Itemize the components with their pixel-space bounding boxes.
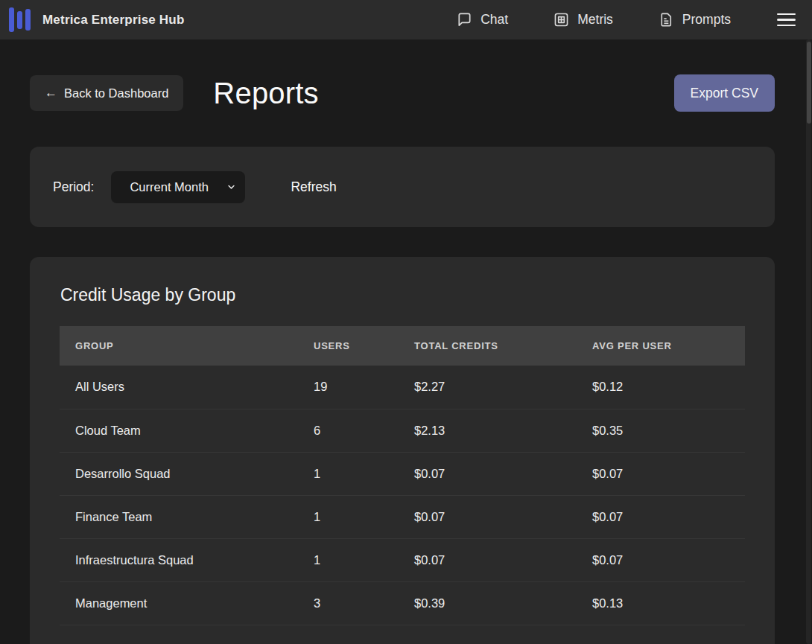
top-navbar: Metrica Enterprise Hub Chat Metris xyxy=(0,0,812,39)
refresh-button[interactable]: Refresh xyxy=(291,179,336,195)
cell-avg-per-user: $0.12 xyxy=(577,366,745,409)
cell-users: 3 xyxy=(298,581,399,625)
cell-avg-per-user: $0.07 xyxy=(577,495,745,538)
cell-group: Management xyxy=(60,581,298,625)
scrollbar-thumb[interactable] xyxy=(807,42,811,124)
logo-bar xyxy=(9,7,14,32)
nav-item-chat[interactable]: Chat xyxy=(456,11,508,28)
report-section-title: Credit Usage by Group xyxy=(60,285,745,305)
period-filter-card: Period: Current Month Refresh xyxy=(30,147,775,227)
main-nav: Chat Metris Pr xyxy=(456,11,731,28)
nav-item-prompts[interactable]: Prompts xyxy=(658,11,731,28)
cell-group: Finance Team xyxy=(60,495,298,538)
credit-usage-table: GROUP USERS TOTAL CREDITS AVG PER USER A… xyxy=(60,326,745,625)
cell-group: Cloud Team xyxy=(60,409,298,452)
cell-users: 1 xyxy=(298,538,399,581)
back-button-label: Back to Dashboard xyxy=(64,86,168,101)
cell-avg-per-user: $0.13 xyxy=(577,581,745,625)
page-header: ← Back to Dashboard Reports Export CSV xyxy=(30,74,775,112)
cell-group: All Users xyxy=(60,366,298,409)
app-title: Metrica Enterprise Hub xyxy=(42,13,185,28)
cell-total-credits: $0.39 xyxy=(399,581,577,625)
nav-item-metris[interactable]: Metris xyxy=(553,11,613,28)
page-title: Reports xyxy=(213,77,318,110)
cell-users: 1 xyxy=(298,452,399,495)
menu-hamburger-icon[interactable] xyxy=(777,10,796,30)
column-header-group: GROUP xyxy=(60,326,298,366)
cell-total-credits: $0.07 xyxy=(399,495,577,538)
cell-total-credits: $2.27 xyxy=(399,366,577,409)
table-row: Desarrollo Squad 1 $0.07 $0.07 xyxy=(60,452,745,495)
table-row: Infraestructura Squad 1 $0.07 $0.07 xyxy=(60,538,745,581)
grid-square-icon xyxy=(553,11,570,28)
cell-avg-per-user: $0.07 xyxy=(577,452,745,495)
logo-bar xyxy=(25,9,31,31)
cell-users: 19 xyxy=(298,366,399,409)
table-row: Management 3 $0.39 $0.13 xyxy=(60,581,745,625)
nav-item-chat-label: Chat xyxy=(480,12,508,28)
cell-total-credits: $2.13 xyxy=(399,409,577,452)
cell-avg-per-user: $0.35 xyxy=(577,409,745,452)
period-select-wrap: Current Month xyxy=(111,171,245,203)
document-icon xyxy=(658,11,675,28)
credit-usage-card: Credit Usage by Group GROUP USERS TOTAL … xyxy=(30,257,775,644)
reports-page: ← Back to Dashboard Reports Export CSV P… xyxy=(0,74,812,644)
period-select[interactable]: Current Month xyxy=(111,171,245,203)
logo-bar xyxy=(17,11,22,29)
app-logo-icon xyxy=(9,7,31,34)
cell-users: 6 xyxy=(298,409,399,452)
table-header: GROUP USERS TOTAL CREDITS AVG PER USER xyxy=(60,326,745,366)
cell-users: 1 xyxy=(298,495,399,538)
column-header-users: USERS xyxy=(298,326,399,366)
nav-item-metris-label: Metris xyxy=(577,12,613,28)
export-csv-button[interactable]: Export CSV xyxy=(674,74,775,112)
cell-group: Infraestructura Squad xyxy=(60,538,298,581)
cell-group: Desarrollo Squad xyxy=(60,452,298,495)
period-label: Period: xyxy=(53,179,94,195)
nav-item-prompts-label: Prompts xyxy=(682,12,731,28)
table-row: Finance Team 1 $0.07 $0.07 xyxy=(60,495,745,538)
table-row: Cloud Team 6 $2.13 $0.35 xyxy=(60,409,745,452)
vertical-scrollbar[interactable] xyxy=(806,39,811,644)
column-header-total-credits: TOTAL CREDITS xyxy=(399,326,577,366)
chat-bubble-icon xyxy=(456,11,473,28)
cell-avg-per-user: $0.07 xyxy=(577,538,745,581)
cell-total-credits: $0.07 xyxy=(399,452,577,495)
cell-total-credits: $0.07 xyxy=(399,538,577,581)
table-row: All Users 19 $2.27 $0.12 xyxy=(60,366,745,409)
column-header-avg-per-user: AVG PER USER xyxy=(577,326,745,366)
back-arrow-icon: ← xyxy=(45,86,57,101)
back-to-dashboard-button[interactable]: ← Back to Dashboard xyxy=(30,75,183,111)
